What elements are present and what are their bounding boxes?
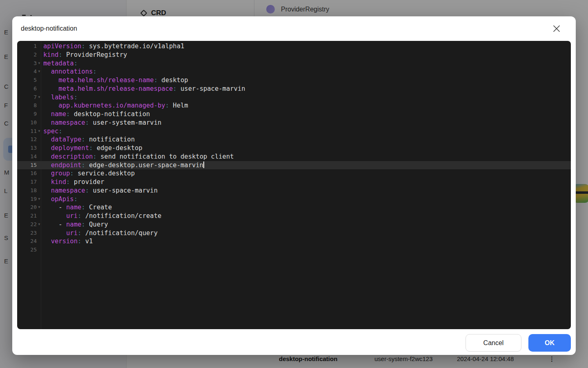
code-line[interactable]: 16 group: service.desktop bbox=[17, 169, 571, 178]
code-text: endpoint: edge-desktop.user-space-marvin bbox=[41, 161, 204, 170]
code-text: - name: Query bbox=[41, 220, 108, 229]
line-number: 2 bbox=[17, 51, 41, 59]
code-text: dataType: notification bbox=[41, 135, 135, 144]
code-line[interactable]: 18 namespace: user-space-marvin bbox=[17, 186, 571, 195]
line-number: 15 bbox=[17, 161, 41, 170]
code-text: uri: /notification/query bbox=[41, 229, 158, 238]
line-number: 10 bbox=[17, 119, 41, 127]
code-text: namespace: user-system-marvin bbox=[41, 119, 161, 127]
line-number: 7▼ bbox=[17, 93, 41, 102]
line-number: 6 bbox=[17, 85, 41, 93]
line-number: 12 bbox=[17, 135, 41, 144]
dialog-title: desktop-notification bbox=[21, 25, 77, 32]
line-number: 18 bbox=[17, 186, 41, 195]
code-line[interactable]: 24 version: v1 bbox=[17, 237, 571, 246]
code-line[interactable]: 6 meta.helm.sh/release-namespace: user-s… bbox=[17, 85, 571, 93]
code-text: group: service.desktop bbox=[41, 169, 135, 178]
fold-arrow-icon[interactable]: ▼ bbox=[37, 93, 41, 102]
code-line[interactable]: 20▼ - name: Create bbox=[17, 203, 571, 212]
code-line[interactable]: 23 uri: /notification/query bbox=[17, 229, 571, 238]
code-text: spec: bbox=[41, 127, 62, 136]
text-cursor bbox=[203, 162, 204, 168]
code-line[interactable]: 25 bbox=[17, 246, 571, 254]
line-number: 1 bbox=[17, 42, 41, 51]
line-number: 5 bbox=[17, 76, 41, 85]
code-line[interactable]: 4▼ annotations: bbox=[17, 67, 571, 76]
code-text: labels: bbox=[41, 93, 78, 102]
line-number: 13 bbox=[17, 144, 41, 153]
line-number: 11▼ bbox=[17, 127, 41, 136]
code-line[interactable]: 5 meta.helm.sh/release-name: desktop bbox=[17, 76, 571, 85]
code-line[interactable]: 2kind: ProviderRegistry bbox=[17, 51, 571, 59]
close-button[interactable] bbox=[551, 23, 562, 34]
code-line[interactable]: 15 endpoint: edge-desktop.user-space-mar… bbox=[17, 161, 571, 170]
dialog-actions: Cancel OK bbox=[466, 334, 571, 352]
code-line[interactable]: 19▼ opApis: bbox=[17, 195, 571, 204]
code-text: app.kubernetes.io/managed-by: Helm bbox=[41, 101, 188, 110]
code-text: description: send notification to deskto… bbox=[41, 153, 234, 161]
fold-arrow-icon[interactable]: ▼ bbox=[37, 67, 41, 76]
code-text: apiVersion: sys.bytetrade.io/v1alpha1 bbox=[41, 42, 184, 51]
code-text: namespace: user-space-marvin bbox=[41, 186, 158, 195]
cancel-button[interactable]: Cancel bbox=[466, 334, 521, 352]
line-number: 14 bbox=[17, 153, 41, 161]
code-line[interactable]: 10 namespace: user-system-marvin bbox=[17, 119, 571, 127]
line-number: 23 bbox=[17, 229, 41, 238]
code-line[interactable]: 3▼metadata: bbox=[17, 59, 571, 68]
fold-arrow-icon[interactable]: ▼ bbox=[37, 203, 41, 212]
code-line[interactable]: 13 deployment: edge-desktop bbox=[17, 144, 571, 153]
code-text: kind: ProviderRegistry bbox=[41, 51, 127, 59]
code-line[interactable]: 17 kind: provider bbox=[17, 178, 571, 186]
dialog-header: desktop-notification bbox=[12, 16, 576, 41]
line-number: 20▼ bbox=[17, 203, 41, 212]
line-number: 16 bbox=[17, 169, 41, 178]
code-line[interactable]: 14 description: send notification to des… bbox=[17, 153, 571, 161]
code-text: annotations: bbox=[41, 67, 97, 76]
fold-arrow-icon[interactable]: ▼ bbox=[37, 195, 41, 204]
code-text: version: v1 bbox=[41, 237, 93, 246]
code-text: - name: Create bbox=[41, 203, 112, 212]
code-text bbox=[41, 246, 43, 254]
code-line[interactable]: 11▼spec: bbox=[17, 127, 571, 136]
line-number: 21 bbox=[17, 212, 41, 220]
line-number: 24 bbox=[17, 237, 41, 246]
close-icon bbox=[552, 24, 561, 33]
line-number: 3▼ bbox=[17, 59, 41, 68]
yaml-edit-dialog: desktop-notification 1apiVersion: sys.by… bbox=[12, 16, 576, 355]
line-number: 8 bbox=[17, 101, 41, 110]
fold-arrow-icon[interactable]: ▼ bbox=[37, 127, 41, 136]
yaml-editor[interactable]: 1apiVersion: sys.bytetrade.io/v1alpha12k… bbox=[17, 41, 571, 329]
ok-button[interactable]: OK bbox=[528, 334, 571, 352]
line-number: 22▼ bbox=[17, 220, 41, 229]
code-text: uri: /notification/create bbox=[41, 212, 161, 220]
code-line[interactable]: 12 dataType: notification bbox=[17, 135, 571, 144]
line-number: 17 bbox=[17, 178, 41, 186]
code-line[interactable]: 1apiVersion: sys.bytetrade.io/v1alpha1 bbox=[17, 42, 571, 51]
fold-arrow-icon[interactable]: ▼ bbox=[37, 220, 41, 229]
code-text: opApis: bbox=[41, 195, 78, 204]
code-line[interactable]: 22▼ - name: Query bbox=[17, 220, 571, 229]
code-line[interactable]: 9 name: desktop-notification bbox=[17, 110, 571, 119]
code-text: meta.helm.sh/release-name: desktop bbox=[41, 76, 188, 85]
code-line[interactable]: 7▼ labels: bbox=[17, 93, 571, 102]
code-text: kind: provider bbox=[41, 178, 104, 186]
line-number: 4▼ bbox=[17, 67, 41, 76]
code-text: name: desktop-notification bbox=[41, 110, 150, 119]
code-text: deployment: edge-desktop bbox=[41, 144, 143, 153]
code-lines: 1apiVersion: sys.bytetrade.io/v1alpha12k… bbox=[17, 42, 571, 254]
code-line[interactable]: 21 uri: /notification/create bbox=[17, 212, 571, 220]
fold-arrow-icon[interactable]: ▼ bbox=[37, 59, 41, 68]
line-number: 9 bbox=[17, 110, 41, 119]
line-number: 25 bbox=[17, 246, 41, 254]
code-text: meta.helm.sh/release-namespace: user-spa… bbox=[41, 85, 245, 93]
code-line[interactable]: 8 app.kubernetes.io/managed-by: Helm bbox=[17, 101, 571, 110]
line-number: 19▼ bbox=[17, 195, 41, 204]
code-text: metadata: bbox=[41, 59, 78, 68]
